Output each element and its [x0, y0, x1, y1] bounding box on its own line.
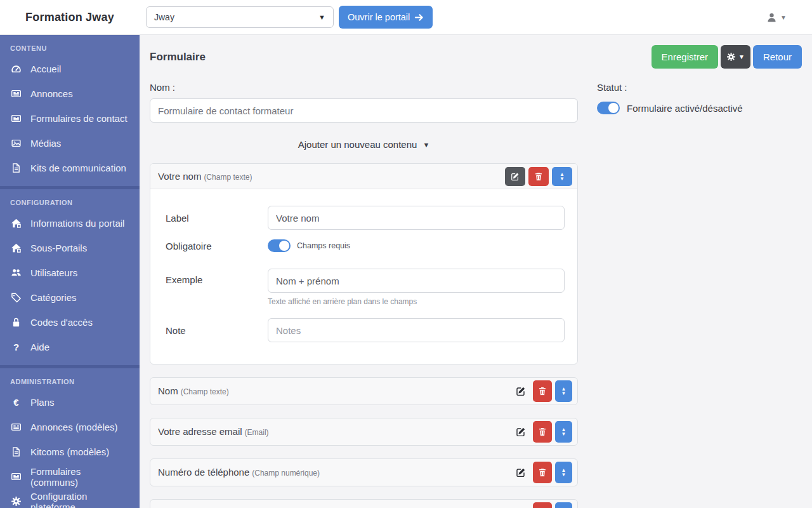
- chevron-down-icon: ▼: [422, 141, 429, 149]
- sort-icon: ▲▼: [561, 468, 566, 477]
- example-help-text: Texte affiché en arrière plan dans le ch…: [268, 297, 565, 306]
- sort-button[interactable]: ▲▼: [552, 167, 572, 186]
- status-label: Statut :: [597, 82, 802, 93]
- sidebar-section-administration: ADMINISTRATION € Plans Annonces (modèles…: [0, 368, 140, 508]
- delete-button[interactable]: [533, 421, 552, 443]
- chevron-down-icon: ▼: [318, 13, 325, 21]
- form-field-card-votre-adresse-email: Votre adresse email(Email) ▲▼: [150, 418, 578, 446]
- sidebar-item-label: Annonces (modèles): [30, 422, 118, 432]
- card-title-group: Nom(Champ texte): [158, 385, 229, 397]
- newspaper-icon: [10, 471, 22, 482]
- open-portal-label: Ouvrir le portail: [348, 12, 410, 22]
- sidebar-item-label: Médias: [30, 138, 61, 149]
- delete-button[interactable]: [533, 380, 552, 402]
- newspaper-icon: [10, 88, 22, 99]
- sidebar-item-sous-portails[interactable]: Sous-Portails: [0, 236, 140, 260]
- form-name-label: Nom :: [150, 82, 578, 93]
- sidebar-item-medias[interactable]: Médias: [0, 131, 140, 156]
- card-field-type: (Champ texte): [204, 173, 252, 182]
- example-input[interactable]: [268, 269, 565, 293]
- sidebar-item-accueil[interactable]: Accueil: [0, 57, 140, 81]
- settings-dropdown-button[interactable]: ▼: [721, 45, 750, 69]
- sidebar-item-annonces[interactable]: Annonces: [0, 81, 140, 106]
- delete-button[interactable]: [528, 167, 549, 186]
- delete-button[interactable]: [533, 502, 552, 508]
- edit-button[interactable]: [512, 421, 530, 443]
- sidebar-item-formulaires-de-contact[interactable]: Formulaires de contact: [0, 106, 140, 131]
- card-field-type: (Champ texte): [181, 387, 229, 396]
- tag-icon: [10, 292, 22, 303]
- gear-icon: [726, 52, 736, 62]
- main-content: Formulaire Enregistrer ▼ Retour Nom : Aj…: [140, 35, 812, 508]
- sidebar-item-label: Catégories: [30, 292, 77, 303]
- sidebar-section-configuration: CONFIGURATION Informations du portail So…: [0, 189, 140, 368]
- form-field-card-numero-de-telephone: Numéro de téléphone(Champ numérique): [150, 458, 578, 486]
- edit-icon: [516, 427, 526, 437]
- sidebar-item-kitcoms-modeles[interactable]: Kitcoms (modèles): [0, 439, 140, 464]
- label-input[interactable]: [268, 206, 565, 230]
- note-row-label: Note: [166, 325, 268, 336]
- sidebar-item-formulaires-communs[interactable]: Formulaires (communs): [0, 464, 140, 489]
- form-field-card-votre-nom: Votre nom(Champ texte): [150, 163, 578, 364]
- edit-icon: [516, 467, 526, 478]
- user-menu[interactable]: ▼: [766, 0, 787, 35]
- card-field-type: (Champ numérique): [252, 469, 320, 478]
- portal-select-value: Jway: [154, 12, 174, 22]
- sidebar-item-label: Sous-Portails: [30, 243, 87, 253]
- add-content-dropdown[interactable]: Ajouter un nouveau contenu ▼: [298, 139, 430, 150]
- form-field-card-nom: Nom(Champ texte) ▲▼: [150, 377, 578, 405]
- edit-button[interactable]: [512, 380, 530, 402]
- sort-button[interactable]: ▲▼: [555, 380, 572, 402]
- sidebar-item-label: Formulaires (communs): [30, 466, 129, 488]
- form-field-card-votre-message: Votre message(Zone de texte) ▲▼: [150, 499, 578, 508]
- sidebar-item-utilisateurs[interactable]: Utilisateurs: [0, 260, 140, 285]
- sidebar-item-annonces-modeles[interactable]: Annonces (modèles): [0, 415, 140, 439]
- file-icon: [10, 446, 22, 457]
- sidebar-item-categories[interactable]: Catégories: [0, 285, 140, 310]
- sort-button[interactable]: ▲▼: [555, 421, 572, 443]
- page-title: Formulaire: [150, 51, 206, 64]
- sidebar-item-kits-de-communication[interactable]: Kits de communication: [0, 156, 140, 180]
- edit-button[interactable]: [512, 502, 530, 508]
- sidebar-item-label: Kitcoms (modèles): [30, 446, 109, 457]
- sidebar-heading: CONTENU: [0, 44, 140, 52]
- sidebar-item-informations-du-portail[interactable]: Informations du portail: [0, 211, 140, 236]
- delete-button[interactable]: [533, 462, 552, 483]
- newspaper-icon: [10, 422, 22, 432]
- example-row-label: Exemple: [166, 269, 268, 285]
- portal-select[interactable]: Jway ▼: [146, 6, 334, 28]
- sidebar-item-label: Formulaires de contact: [30, 113, 128, 124]
- card-title: Votre adresse email: [158, 426, 242, 437]
- edit-icon: [511, 172, 520, 181]
- status-toggle[interactable]: [597, 102, 620, 114]
- dashboard-icon: [10, 64, 22, 74]
- back-button[interactable]: Retour: [753, 45, 802, 69]
- sidebar-item-aide[interactable]: ? Aide: [0, 335, 140, 359]
- required-toggle[interactable]: [268, 239, 291, 252]
- newspaper-icon: [10, 113, 22, 124]
- sidebar: CONTENU Accueil Annonces Formulaires de …: [0, 35, 140, 508]
- card-field-type: (Email): [245, 428, 269, 437]
- sidebar-item-configuration-plateforme[interactable]: Configuration plateforme: [0, 489, 140, 508]
- sort-button[interactable]: ▲▼: [555, 502, 572, 508]
- save-button[interactable]: Enregistrer: [652, 45, 718, 69]
- status-toggle-caption: Formulaire activé/désactivé: [627, 103, 743, 114]
- sidebar-item-label: Configuration plateforme: [30, 491, 129, 508]
- note-input[interactable]: [268, 318, 565, 342]
- edit-button[interactable]: [505, 167, 525, 186]
- chevron-down-icon: ▼: [780, 14, 787, 21]
- edit-icon: [516, 386, 526, 396]
- edit-button[interactable]: [512, 462, 530, 483]
- images-icon: [10, 138, 22, 149]
- form-name-input[interactable]: [150, 98, 578, 123]
- sidebar-item-label: Accueil: [30, 64, 61, 74]
- sort-icon: ▲▼: [560, 172, 565, 181]
- sidebar-item-plans[interactable]: € Plans: [0, 390, 140, 415]
- open-portal-button[interactable]: Ouvrir le portail: [339, 6, 433, 29]
- sidebar-item-label: Annonces: [30, 88, 73, 99]
- sort-button[interactable]: ▲▼: [555, 462, 572, 483]
- file-icon: [10, 163, 22, 173]
- sort-icon: ▲▼: [561, 427, 566, 436]
- sidebar-item-codes-dacces[interactable]: Codes d'accès: [0, 310, 140, 335]
- question-icon: ?: [10, 342, 22, 352]
